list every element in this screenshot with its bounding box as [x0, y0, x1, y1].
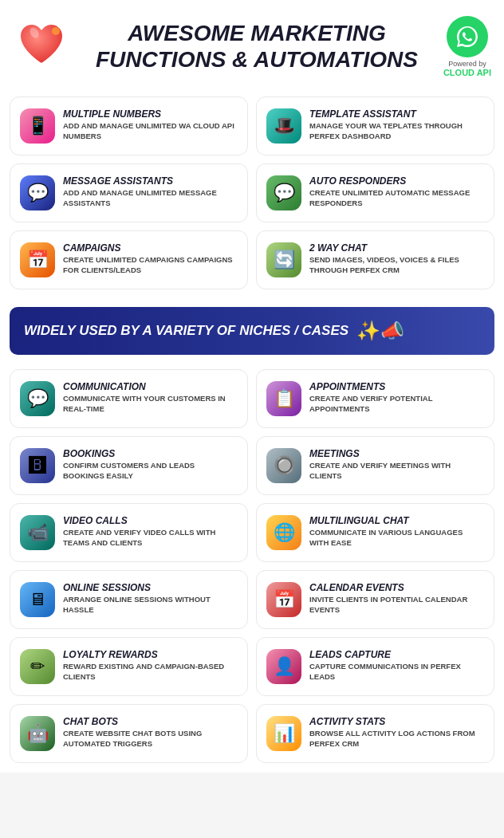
feature-card: 📋 APPOINTMENTS CREATE AND VERIFY POTENTI… [256, 369, 494, 428]
feature-desc: CREATE UNLIMITED CAMPAIGNS CAMPAIGNS FOR… [63, 255, 238, 276]
feature-card: 🖥 ONLINE SESSIONS ARRANGE ONLINE SESSION… [10, 570, 248, 629]
feature-card: 💬 MESSAGE ASSISTANTS ADD AND MANAGE UNLI… [10, 163, 248, 222]
banner-emoji: ✨📣 [356, 320, 404, 342]
feature-title: MESSAGE ASSISTANTS [63, 175, 238, 187]
feature-text: APPOINTMENTS CREATE AND VERIFY POTENTIAL… [309, 381, 484, 415]
feature-icon: 📊 [266, 716, 301, 751]
feature-icon: 💬 [20, 175, 55, 210]
header: AWESOME MARKETING FUNCTIONS & AUTOMATION… [0, 0, 504, 90]
whatsapp-icon [447, 16, 488, 57]
feature-icon: 📱 [20, 108, 55, 144]
feature-desc: BROWSE ALL ACTIVITY LOG ACTIONS FROM PER… [309, 729, 484, 749]
feature-text: MEETINGS CREATE AND VERIFY MEETINGS WITH… [309, 448, 484, 482]
feature-card: 📅 CALENDAR EVENTS INVITE CLIENTS IN POTE… [256, 570, 494, 629]
feature-title: ONLINE SESSIONS [63, 582, 238, 593]
feature-text: MESSAGE ASSISTANTS ADD AND MANAGE UNLIMI… [63, 175, 238, 209]
feature-title: 2 WAY CHAT [309, 242, 484, 254]
feature-title: TEMPLATE ASSISTANT [309, 108, 484, 120]
feature-title: CHAT BOTS [63, 716, 238, 727]
feature-desc: ADD AND MANAGE UNLIMITED WA CLOUD API NU… [63, 121, 238, 142]
feature-card: 📹 VIDEO CALLS CREATE AND VERIFY VIDEO CA… [10, 503, 248, 562]
feature-icon: ✏ [20, 649, 55, 684]
feature-title: VIDEO CALLS [63, 515, 238, 526]
feature-text: BOOKINGS CONFIRM CUSTOMERS AND LEADS BOO… [63, 448, 238, 482]
feature-desc: CREATE AND VERIFY MEETINGS WITH CLIENTS [309, 461, 484, 482]
feature-desc: CREATE AND VERIFY VIDEO CALLS WITH TEAMS… [63, 528, 238, 549]
feature-title: ACTIVITY STATS [309, 716, 484, 727]
feature-desc: COMMUNICATE WITH YOUR CUSTOMERS IN REAL-… [63, 394, 238, 415]
page-wrapper: AWESOME MARKETING FUNCTIONS & AUTOMATION… [0, 0, 504, 773]
banner-text: WIDELY USED BY A VARIETY OF NICHES / CAS… [24, 323, 348, 339]
feature-text: ONLINE SESSIONS ARRANGE ONLINE SESSIONS … [63, 582, 238, 616]
feature-icon: 📋 [266, 381, 301, 416]
feature-text: CALENDAR EVENTS INVITE CLIENTS IN POTENT… [309, 582, 484, 616]
feature-desc: SEND IMAGES, VIDEOS, VOICES & FILES THRO… [309, 255, 484, 276]
cloud-api-text: CLOUD API [443, 68, 491, 77]
feature-desc: INVITE CLIENTS IN POTENTIAL CALENDAR EVE… [309, 595, 484, 616]
feature-card: 🅱 BOOKINGS CONFIRM CUSTOMERS AND LEADS B… [10, 436, 248, 495]
features-grid: 📱 MULTIPLE NUMBERS ADD AND MANAGE UNLIMI… [10, 96, 494, 289]
feature-text: CHAT BOTS CREATE WEBSITE CHAT BOTS USING… [63, 716, 238, 749]
feature-desc: MANAGE YOUR WA TEPLATES THROUGH PERFEX D… [309, 121, 484, 142]
feature-card: 🔘 MEETINGS CREATE AND VERIFY MEETINGS WI… [256, 436, 494, 495]
heart-icon [13, 17, 70, 77]
feature-title: APPOINTMENTS [309, 381, 484, 392]
feature-card: 🔄 2 WAY CHAT SEND IMAGES, VIDEOS, VOICES… [256, 230, 494, 289]
feature-icon: 🅱 [20, 448, 55, 483]
feature-text: MULTILINGUAL CHAT COMMUNICATE IN VARIOUS… [309, 515, 484, 549]
niches-grid: 💬 COMMUNICATION COMMUNICATE WITH YOUR CU… [10, 369, 494, 763]
feature-text: ACTIVITY STATS BROWSE ALL ACTIVITY LOG A… [309, 716, 484, 749]
feature-card: 💬 COMMUNICATION COMMUNICATE WITH YOUR CU… [10, 369, 248, 428]
feature-card: 💬 AUTO RESPONDERS CREATE UNLIMITED AUTOM… [256, 163, 494, 222]
feature-title: COMMUNICATION [63, 381, 238, 392]
header-badge: Powered by CLOUD API [443, 16, 491, 77]
feature-title: LOYALTY REWARDS [63, 649, 238, 660]
feature-desc: CREATE AND VERIFY POTENTIAL APPOINTMENTS [309, 394, 484, 415]
niches-section: 💬 COMMUNICATION COMMUNICATE WITH YOUR CU… [0, 366, 504, 773]
feature-desc: CREATE UNLIMITED AUTOMATIC MESSAGE RESPO… [309, 188, 484, 209]
feature-icon: 💬 [266, 175, 301, 210]
feature-card: 🤖 CHAT BOTS CREATE WEBSITE CHAT BOTS USI… [10, 704, 248, 763]
feature-desc: CONFIRM CUSTOMERS AND LEADS BOOKINGS EAS… [63, 461, 238, 482]
feature-text: AUTO RESPONDERS CREATE UNLIMITED AUTOMAT… [309, 175, 484, 209]
feature-icon: 📅 [266, 582, 301, 617]
feature-icon: 💬 [20, 381, 55, 416]
feature-icon: 🔘 [266, 448, 301, 483]
feature-text: COMMUNICATION COMMUNICATE WITH YOUR CUST… [63, 381, 238, 415]
feature-card: 📅 CAMPAIGNS CREATE UNLIMITED CAMPAIGNS C… [10, 230, 248, 289]
feature-icon: 🤖 [20, 716, 55, 751]
banner: WIDELY USED BY A VARIETY OF NICHES / CAS… [10, 307, 494, 355]
feature-icon: 📅 [20, 242, 55, 277]
feature-icon: 🌐 [266, 515, 301, 550]
feature-icon: 👤 [266, 649, 301, 684]
feature-title: MEETINGS [309, 448, 484, 459]
feature-text: 2 WAY CHAT SEND IMAGES, VIDEOS, VOICES &… [309, 242, 484, 276]
powered-by-text: Powered by [448, 60, 486, 68]
features-section: 📱 MULTIPLE NUMBERS ADD AND MANAGE UNLIMI… [0, 90, 504, 296]
feature-card: ✏ LOYALTY REWARDS REWARD EXISTING AND CA… [10, 637, 248, 696]
feature-text: MULTIPLE NUMBERS ADD AND MANAGE UNLIMITE… [63, 108, 238, 142]
feature-card: 📱 MULTIPLE NUMBERS ADD AND MANAGE UNLIMI… [10, 96, 248, 155]
feature-title: AUTO RESPONDERS [309, 175, 484, 187]
feature-title: MULTILINGUAL CHAT [309, 515, 484, 526]
feature-desc: ARRANGE ONLINE SESSIONS WITHOUT HASSLE [63, 595, 238, 616]
svg-point-1 [52, 27, 60, 35]
feature-desc: CAPTURE COMMUNICATIONS IN PERFEX LEADS [309, 662, 484, 683]
feature-icon: 🔄 [266, 242, 301, 277]
feature-title: CAMPAIGNS [63, 242, 238, 254]
feature-card: 🎩 TEMPLATE ASSISTANT MANAGE YOUR WA TEPL… [256, 96, 494, 155]
feature-card: 👤 LEADS CAPTURE CAPTURE COMMUNICATIONS I… [256, 637, 494, 696]
feature-title: LEADS CAPTURE [309, 649, 484, 660]
feature-text: LEADS CAPTURE CAPTURE COMMUNICATIONS IN … [309, 649, 484, 683]
feature-icon: 🖥 [20, 582, 55, 617]
header-title: AWESOME MARKETING FUNCTIONS & AUTOMATION… [70, 21, 443, 72]
feature-desc: REWARD EXISTING AND CAMPAIGN-BASED CLIEN… [63, 662, 238, 683]
feature-title: CALENDAR EVENTS [309, 582, 484, 593]
feature-text: VIDEO CALLS CREATE AND VERIFY VIDEO CALL… [63, 515, 238, 549]
feature-text: LOYALTY REWARDS REWARD EXISTING AND CAMP… [63, 649, 238, 683]
feature-card: 📊 ACTIVITY STATS BROWSE ALL ACTIVITY LOG… [256, 704, 494, 763]
feature-icon: 📹 [20, 515, 55, 550]
feature-desc: CREATE WEBSITE CHAT BOTS USING AUTOMATED… [63, 729, 238, 749]
feature-title: BOOKINGS [63, 448, 238, 459]
feature-title: MULTIPLE NUMBERS [63, 108, 238, 120]
